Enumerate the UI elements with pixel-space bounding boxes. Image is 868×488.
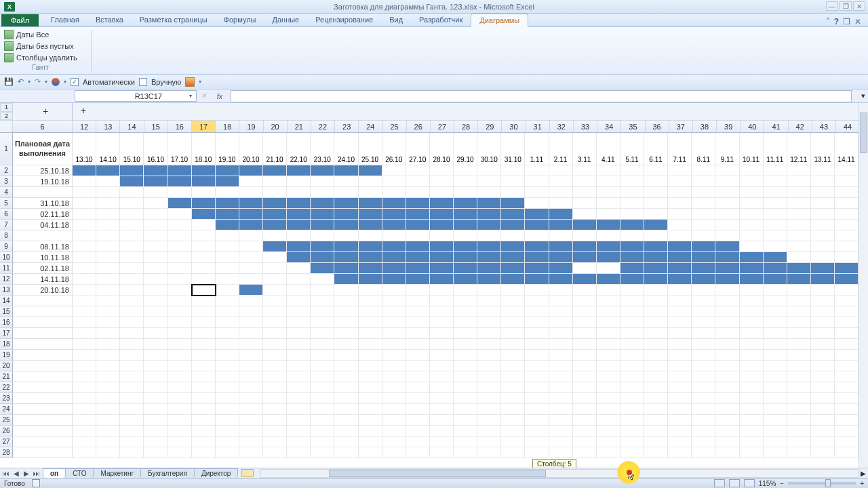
cell-r20-c21[interactable] bbox=[573, 361, 597, 371]
window-close-icon[interactable]: ✕ bbox=[854, 17, 861, 26]
cell-r9-c13[interactable] bbox=[382, 241, 406, 252]
cell-r20-c23[interactable] bbox=[620, 361, 644, 371]
cell-r13-c25[interactable] bbox=[668, 285, 692, 296]
cell-r28-c16[interactable] bbox=[454, 447, 477, 458]
cell-r26-c19[interactable] bbox=[525, 426, 549, 436]
cell-r25-c11[interactable] bbox=[334, 415, 358, 426]
cell-r10-c21[interactable] bbox=[573, 252, 597, 263]
cell-r13-c27[interactable] bbox=[715, 285, 739, 296]
cell-r24-c27[interactable] bbox=[715, 404, 739, 415]
cell-r13-c2[interactable] bbox=[120, 285, 144, 296]
cell-r8-c1[interactable] bbox=[96, 230, 120, 241]
zoom-in-icon[interactable]: + bbox=[860, 480, 864, 487]
cell-r15-c24[interactable] bbox=[644, 306, 668, 317]
cell-r21-c1[interactable] bbox=[96, 371, 120, 382]
cell-r9-c2[interactable] bbox=[120, 241, 144, 252]
cell-r9-c23[interactable] bbox=[620, 241, 644, 252]
cell-r25-c13[interactable] bbox=[382, 415, 406, 426]
cell-r25-c16[interactable] bbox=[454, 415, 477, 426]
cell-r10-c25[interactable] bbox=[668, 252, 692, 263]
cell-r22-c31[interactable] bbox=[811, 382, 835, 393]
cell-r22-c6[interactable] bbox=[216, 382, 239, 393]
cell-r6-c7[interactable] bbox=[239, 209, 263, 220]
cell-r21-c24[interactable] bbox=[644, 371, 668, 382]
cell-r5-c12[interactable] bbox=[359, 198, 382, 209]
cell-r5-c28[interactable] bbox=[740, 198, 764, 209]
outline-level-2[interactable]: 2 bbox=[0, 112, 13, 121]
fx-icon[interactable]: fx bbox=[210, 92, 229, 100]
ribbon-tab-5[interactable]: Рецензирование bbox=[307, 14, 381, 26]
cell-r28-c23[interactable] bbox=[620, 447, 644, 458]
cell-r12-c28[interactable] bbox=[740, 274, 764, 285]
cell-r25-c17[interactable] bbox=[477, 415, 501, 426]
cell-r26-c14[interactable] bbox=[406, 426, 430, 436]
cell-r27-c26[interactable] bbox=[692, 436, 715, 447]
cell-r7-c15[interactable] bbox=[430, 220, 454, 230]
cell-r19-c21[interactable] bbox=[573, 350, 597, 361]
cell-r10-c3[interactable] bbox=[144, 252, 167, 263]
cell-r18-c4[interactable] bbox=[168, 339, 192, 350]
cell-r7-c16[interactable] bbox=[454, 220, 477, 230]
cell-r22-c30[interactable] bbox=[787, 382, 811, 393]
cell-r8-c28[interactable] bbox=[740, 230, 764, 241]
cell-r6-c27[interactable] bbox=[715, 209, 739, 220]
cell-r28-c32[interactable] bbox=[835, 447, 859, 458]
cell-r21-c15[interactable] bbox=[430, 371, 454, 382]
cell-r10-c19[interactable] bbox=[525, 252, 549, 263]
cell-r14-c13[interactable] bbox=[382, 296, 406, 306]
cell-r9-c30[interactable] bbox=[787, 241, 811, 252]
cell-first-12[interactable]: 14.11.18 bbox=[13, 274, 73, 285]
cell-r3-c9[interactable] bbox=[287, 176, 311, 187]
cell-r10-c29[interactable] bbox=[764, 252, 787, 263]
sheet-tab-Маркетинг[interactable]: Маркетинг bbox=[93, 468, 141, 478]
col-header-29[interactable]: 29 bbox=[478, 121, 502, 132]
col-header-36[interactable]: 36 bbox=[646, 121, 669, 132]
cell-r8-c7[interactable] bbox=[239, 230, 263, 241]
cell-r28-c14[interactable] bbox=[406, 447, 430, 458]
cell-r28-c7[interactable] bbox=[239, 447, 263, 458]
cell-r27-c14[interactable] bbox=[406, 436, 430, 447]
cell-r18-c28[interactable] bbox=[740, 339, 764, 350]
cell-r24-c21[interactable] bbox=[573, 404, 597, 415]
cell-r5-c30[interactable] bbox=[787, 198, 811, 209]
cell-first-9[interactable]: 08.11.18 bbox=[13, 241, 73, 252]
cell-r22-c27[interactable] bbox=[715, 382, 739, 393]
cell-r9-c22[interactable] bbox=[597, 241, 620, 252]
cell-r11-c30[interactable] bbox=[787, 263, 811, 274]
cell-r17-c12[interactable] bbox=[359, 328, 382, 339]
cell-r4-c2[interactable] bbox=[120, 187, 144, 198]
cell-r11-c6[interactable] bbox=[216, 263, 239, 274]
col-header-43[interactable]: 43 bbox=[812, 121, 836, 132]
cell-r24-c23[interactable] bbox=[620, 404, 644, 415]
col-header-12[interactable]: 12 bbox=[73, 121, 96, 132]
cell-r14-c2[interactable] bbox=[120, 296, 144, 306]
cell-first-22[interactable] bbox=[13, 382, 73, 393]
cell-r2-c18[interactable] bbox=[501, 165, 525, 176]
cell-r17-c14[interactable] bbox=[406, 328, 430, 339]
cell-r14-c17[interactable] bbox=[477, 296, 501, 306]
ribbon-tab-8[interactable]: Диаграммы bbox=[471, 14, 528, 27]
cell-r7-c23[interactable] bbox=[620, 220, 644, 230]
cell-r6-c22[interactable] bbox=[597, 209, 620, 220]
cell-r17-c2[interactable] bbox=[120, 328, 144, 339]
cell-r23-c27[interactable] bbox=[715, 393, 739, 404]
cell-r4-c9[interactable] bbox=[287, 187, 311, 198]
cell-r1-c13[interactable]: 26.10 bbox=[382, 133, 406, 165]
cell-r20-c19[interactable] bbox=[525, 361, 549, 371]
cell-r6-c12[interactable] bbox=[359, 209, 382, 220]
cell-r24-c1[interactable] bbox=[96, 404, 120, 415]
cell-r13-c13[interactable] bbox=[382, 285, 406, 296]
cell-r7-c9[interactable] bbox=[287, 220, 311, 230]
cell-r7-c25[interactable] bbox=[668, 220, 692, 230]
cell-r12-c8[interactable] bbox=[263, 274, 287, 285]
cell-r3-c26[interactable] bbox=[692, 176, 715, 187]
cell-r28-c31[interactable] bbox=[811, 447, 835, 458]
cell-r24-c15[interactable] bbox=[430, 404, 454, 415]
cell-r2-c10[interactable] bbox=[311, 165, 334, 176]
col-header-14[interactable]: 14 bbox=[120, 121, 144, 132]
cell-r25-c28[interactable] bbox=[740, 415, 764, 426]
cell-r9-c1[interactable] bbox=[96, 241, 120, 252]
cell-r11-c23[interactable] bbox=[620, 263, 644, 274]
window-restore-icon[interactable]: ❐ bbox=[843, 17, 850, 26]
cell-r28-c25[interactable] bbox=[668, 447, 692, 458]
